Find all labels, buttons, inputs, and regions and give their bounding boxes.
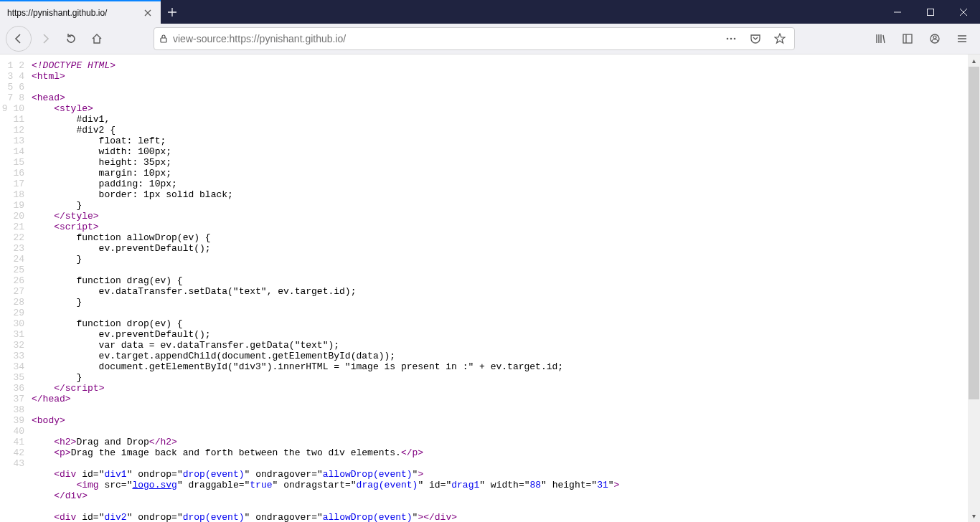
sidebar-icon[interactable] xyxy=(895,27,920,51)
url-bar[interactable]: view-source:https://pynishant.github.io/ xyxy=(154,27,795,50)
svg-rect-2 xyxy=(161,38,166,42)
back-button[interactable] xyxy=(6,26,32,52)
new-tab-button[interactable] xyxy=(161,0,184,24)
scroll-down-arrow[interactable]: ▾ xyxy=(968,510,980,522)
maximize-button[interactable] xyxy=(914,0,947,24)
account-icon[interactable] xyxy=(923,27,947,51)
source-code[interactable]: <!DOCTYPE HTML> <html> <head> <style> #d… xyxy=(29,54,980,522)
reload-button[interactable] xyxy=(59,27,83,51)
svg-point-4 xyxy=(730,38,732,40)
url-text: view-source:https://pynishant.github.io/ xyxy=(173,33,717,44)
minimize-button[interactable] xyxy=(881,0,914,24)
titlebar: https://pynishant.github.io/ xyxy=(0,0,980,24)
page-actions-icon[interactable] xyxy=(721,29,741,49)
close-tab-icon[interactable] xyxy=(141,6,155,20)
toolbar: view-source:https://pynishant.github.io/ xyxy=(0,24,980,54)
svg-point-3 xyxy=(727,38,729,40)
line-number-gutter: 1 2 3 4 5 6 7 8 9 10 11 12 13 14 15 16 1… xyxy=(0,54,29,522)
window-controls xyxy=(881,0,980,24)
scroll-track[interactable] xyxy=(968,67,980,510)
browser-tab[interactable]: https://pynishant.github.io/ xyxy=(0,0,161,24)
lock-icon xyxy=(159,34,169,44)
forward-button[interactable] xyxy=(33,27,57,51)
scroll-thumb[interactable] xyxy=(969,67,979,399)
svg-point-5 xyxy=(734,38,736,40)
menu-icon[interactable] xyxy=(950,27,974,51)
library-icon[interactable] xyxy=(868,27,892,51)
home-button[interactable] xyxy=(85,27,109,51)
svg-rect-0 xyxy=(928,9,934,15)
tab-title: https://pynishant.github.io/ xyxy=(7,8,141,18)
vertical-scrollbar[interactable]: ▴ ▾ xyxy=(968,54,980,522)
source-view: 1 2 3 4 5 6 7 8 9 10 11 12 13 14 15 16 1… xyxy=(0,54,980,522)
pocket-icon[interactable] xyxy=(745,29,765,49)
scroll-up-arrow[interactable]: ▴ xyxy=(968,54,980,67)
svg-point-9 xyxy=(933,36,936,39)
svg-rect-6 xyxy=(903,34,912,43)
bookmark-star-icon[interactable] xyxy=(770,29,790,49)
close-window-button[interactable] xyxy=(947,0,980,24)
